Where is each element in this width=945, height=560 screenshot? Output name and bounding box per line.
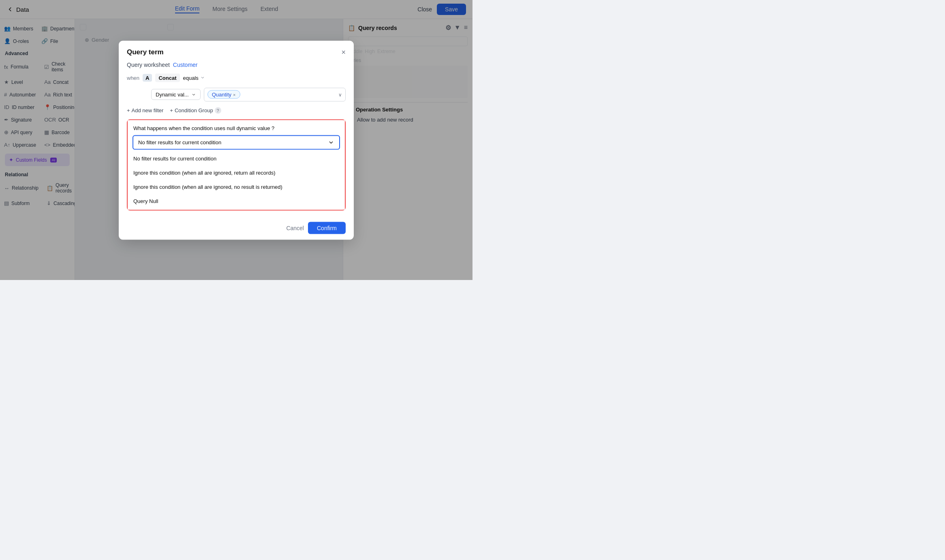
query-worksheet-link[interactable]: Customer	[173, 61, 198, 68]
plus-icon-group: +	[170, 107, 173, 113]
confirm-button[interactable]: Confirm	[308, 222, 346, 234]
null-option-dropdown[interactable]: No filter results for current condition	[133, 135, 340, 150]
expand-value-icon[interactable]: ∨	[338, 92, 342, 97]
value-tag-quantity: Quantity ×	[207, 90, 240, 99]
add-condition-group-button[interactable]: + Condition Group ?	[170, 107, 221, 113]
modal-footer: Cancel Confirm	[119, 218, 354, 239]
plus-icon-filter: +	[127, 107, 130, 113]
selected-null-option: No filter results for current condition	[138, 139, 221, 145]
query-worksheet-label: Query worksheet	[127, 61, 170, 68]
value-tag-container: Quantity × ∨	[204, 88, 346, 101]
null-option-1[interactable]: Ignore this condition (when all are igno…	[128, 165, 345, 180]
null-section-question: What happens when the condition uses nul…	[128, 120, 345, 135]
condition-group-help-icon: ?	[215, 107, 221, 113]
null-dynamic-section: What happens when the condition uses nul…	[127, 119, 346, 210]
modal-body: Query worksheet Customer when A Concat e…	[119, 61, 354, 218]
field-name-badge: Concat	[155, 73, 180, 82]
filter-condition-row: when A Concat equals	[127, 73, 346, 82]
add-new-filter-button[interactable]: + Add new filter	[127, 107, 163, 113]
when-label: when	[127, 75, 139, 81]
query-worksheet-row: Query worksheet Customer	[127, 61, 346, 68]
operator-select[interactable]: equals	[183, 75, 205, 81]
cancel-button[interactable]: Cancel	[286, 224, 304, 231]
null-options-list: No filter results for current condition …	[128, 150, 345, 209]
modal-close-button[interactable]: ×	[341, 48, 346, 56]
filter-value-row: Dynamic val... Quantity × ∨	[151, 88, 346, 101]
null-option-3[interactable]: Query Null	[128, 194, 345, 208]
null-option-0[interactable]: No filter results for current condition	[128, 151, 345, 165]
field-letter: A	[143, 74, 152, 81]
null-option-2[interactable]: Ignore this condition (when all are igno…	[128, 180, 345, 194]
query-term-modal: Query term × Query worksheet Customer wh…	[119, 41, 354, 239]
filter-actions: + Add new filter + Condition Group ?	[127, 107, 346, 113]
dynamic-value-select[interactable]: Dynamic val...	[151, 89, 201, 100]
modal-title: Query term	[127, 48, 164, 56]
modal-header: Query term ×	[119, 41, 354, 61]
remove-quantity-tag[interactable]: ×	[233, 92, 235, 97]
